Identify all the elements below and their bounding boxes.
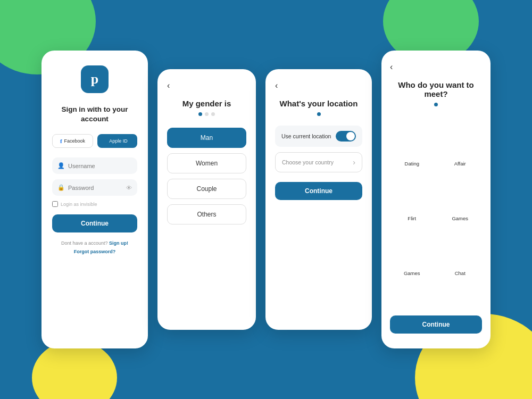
chevron-right-icon: › (353, 158, 355, 167)
meet-item-dating-wrap: ✓ Dating (390, 116, 434, 167)
gender-title: My gender is (182, 99, 231, 108)
affair-label: Affair (454, 161, 466, 167)
blob-yellow-bottomleft (32, 340, 117, 399)
person-icon: 👤 (57, 162, 65, 169)
password-field[interactable]: 🔒 👁 (52, 179, 137, 196)
password-input[interactable] (68, 185, 123, 191)
location-progress-dot (317, 112, 321, 116)
dot-3 (211, 112, 215, 116)
meet-item-affair-wrap: Affair (438, 116, 483, 167)
location-title: What's your location (280, 99, 358, 108)
gender-women-button[interactable]: Women (167, 153, 246, 173)
signin-continue-button[interactable]: Continue (52, 214, 137, 232)
meet-continue-button[interactable]: Continue (390, 315, 482, 334)
app-logo: p (81, 65, 109, 93)
meet-back-button[interactable]: ‹ (390, 62, 393, 72)
location-continue-button[interactable]: Continue (275, 182, 362, 200)
signup-link[interactable]: Sign up! (109, 240, 128, 246)
dot-1 (198, 112, 202, 116)
meet-item-games2-wrap: Games (390, 226, 434, 276)
current-location-label: Use current location (281, 133, 331, 139)
meet-category-grid: ✓ Dating Affair Flirt Games Games Chat (390, 116, 482, 276)
no-account-text: Dont have a account? (61, 240, 108, 246)
screen-meet: ‹ Who do you want to meet? ✓ Dating Affa… (381, 51, 491, 348)
dating-label: Dating (405, 161, 419, 167)
forgot-password-link[interactable]: Forgot password? (74, 249, 116, 254)
gender-back-button[interactable]: ‹ (167, 81, 170, 90)
screen-gender: ‹ My gender is Man Women Couple Others (157, 69, 256, 330)
games-label: Games (452, 215, 468, 221)
facebook-button[interactable]: f Facebook (52, 134, 93, 148)
screen-location: ‹ What's your location Use current locat… (265, 69, 372, 330)
meet-item-chat-wrap: Chat (438, 226, 483, 276)
location-back-button[interactable]: ‹ (275, 81, 278, 90)
dot-2 (205, 112, 209, 116)
screen-signin: p Sign in with to your account f Faceboo… (41, 51, 148, 348)
username-field[interactable]: 👤 (52, 157, 137, 174)
meet-title: Who do you want to meet? (390, 80, 482, 98)
location-toggle[interactable] (336, 131, 356, 142)
social-buttons: f Facebook Apple ID (52, 134, 137, 148)
meet-progress-dot (434, 103, 438, 106)
chat-label: Chat (455, 270, 466, 276)
apple-label: Apple ID (109, 138, 128, 144)
flirt-label: Flirt (408, 215, 416, 221)
logo-letter: p (91, 71, 98, 87)
invisible-label: Login as invisible (61, 202, 97, 207)
signin-footer: Dont have a account? Sign up! Forgot pas… (61, 239, 128, 256)
gender-couple-button[interactable]: Couple (167, 179, 246, 199)
signin-title: Sign in with to your account (52, 105, 137, 123)
current-location-row: Use current location (275, 126, 362, 147)
eye-icon[interactable]: 👁 (126, 185, 132, 191)
lock-icon: 🔒 (57, 184, 65, 191)
gender-others-button[interactable]: Others (167, 204, 246, 225)
gender-progress-dots (198, 112, 215, 116)
apple-button[interactable]: Apple ID (97, 134, 137, 148)
gender-man-button[interactable]: Man (167, 128, 246, 148)
country-selector-label: Choose your country (282, 159, 334, 165)
facebook-icon: f (60, 138, 62, 144)
country-selector-row[interactable]: Choose your country › (275, 152, 362, 172)
invisible-checkbox[interactable] (52, 201, 58, 207)
username-input[interactable] (68, 163, 132, 169)
meet-item-games-wrap: Games (438, 171, 483, 221)
facebook-label: Facebook (64, 138, 86, 144)
meet-item-flirt-wrap: Flirt (390, 171, 434, 221)
games2-label: Games (404, 270, 420, 276)
invisible-checkbox-row: Login as invisible (52, 201, 97, 207)
